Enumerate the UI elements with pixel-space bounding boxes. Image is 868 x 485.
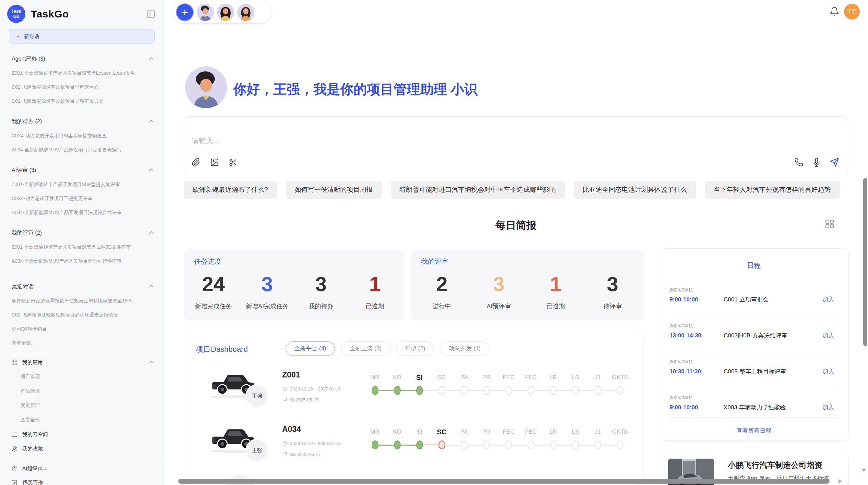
app-item[interactable]: 变更管理 xyxy=(0,398,164,413)
dashboard-tab[interactable]: 年型 (2) xyxy=(396,341,434,356)
view-all-schedule-link[interactable]: 查看所有日程 xyxy=(659,427,848,435)
app-item-label: 产品管理 xyxy=(21,388,40,394)
new-chat-label: 新对话 xyxy=(24,33,39,40)
schedule-name: C005-整车工程目标评审 xyxy=(724,368,822,375)
schedule-card: 日程 2025/03/11 9:00-10:00 C001-立项审批会 加入 2… xyxy=(659,248,849,440)
briefing-card: 任务进度 24 新增完成任务 3 新增AI完成任务 xyxy=(184,249,405,321)
scroll-right-arrow-icon[interactable] xyxy=(839,479,842,483)
sidebar-task-item[interactable]: A034-全新新能源MUV产品开发项目计划变更表编写 xyxy=(0,143,164,157)
milestone-label: LS xyxy=(564,373,587,382)
sidebar-task-item[interactable]: C02-飞腾新能源轻客改款项目立项汇报方案 xyxy=(0,94,164,108)
suggestion-chip[interactable]: 欧洲新规最近颁布了什么? xyxy=(184,181,277,199)
attachment-icon[interactable] xyxy=(191,157,201,167)
chat-input-card xyxy=(184,116,848,173)
milestone: LS xyxy=(564,373,587,395)
chevron-up-icon[interactable] xyxy=(148,284,154,290)
stat-value: 3 xyxy=(470,269,527,300)
sidebar-task-item[interactable]: C02-飞腾新能源轻客改款项目里程碑画布 xyxy=(0,80,164,94)
milestone-label: J1 xyxy=(587,373,609,382)
project-row[interactable]: 王强 Z001 2023-12-19 ~ 2027-01-19 SI-2025-… xyxy=(184,368,643,429)
sidebar-task-item[interactable]: Z001-全新燃油轻卡产品开发项目SI节点属性5D文件评审 xyxy=(0,240,164,254)
sidebar-task-item[interactable]: A034-全新新能源MUV产品开发项目造型可行性评审 xyxy=(0,254,164,268)
image-icon[interactable] xyxy=(209,157,220,167)
chevron-up-icon[interactable] xyxy=(148,360,154,365)
sidebar-task-item[interactable]: Z001-全新燃油轻卡产品开发项目SI造型提交物评审 xyxy=(0,177,164,191)
recent-chats-header[interactable]: 最近对话 xyxy=(0,279,164,294)
sidebar-item-favorites[interactable]: 我的收藏 xyxy=(0,442,164,456)
user-avatar[interactable]: 王强 xyxy=(844,4,860,20)
schedule-name: X003-车辆动力学性能验... xyxy=(724,403,822,411)
milestone: KO xyxy=(386,427,408,449)
recent-chat-item[interactable]: 公司Q3轻卡销量 xyxy=(0,322,164,336)
app-item[interactable]: 查看全部... xyxy=(0,413,164,427)
notification-bell-icon[interactable] xyxy=(830,7,841,17)
milestone: FEC xyxy=(520,427,542,449)
dashboard-tab[interactable]: 全新平台 (4) xyxy=(286,341,335,356)
app-item[interactable]: 项目管理 xyxy=(0,370,164,384)
phone-icon[interactable] xyxy=(794,157,804,167)
suggestion-chip[interactable]: 当下年轻人对汽车外观有怎样的喜好趋势 xyxy=(705,181,840,199)
chevron-up-icon[interactable] xyxy=(148,167,154,173)
section-title: 我的待办 (2) xyxy=(12,118,42,125)
add-session-button[interactable]: + xyxy=(176,3,194,21)
sidebar-item-cloud-space[interactable]: 我的云空间 xyxy=(0,427,164,442)
sidebar-item-ai-employee[interactable]: AI超级员工 xyxy=(0,461,164,475)
project-row[interactable]: 王强 A034 2023-12-19 ~ 2026-01-19 SC-2025-… xyxy=(184,422,643,484)
stat-value: 3 xyxy=(294,269,348,300)
sidebar-collapse-icon[interactable] xyxy=(145,9,157,20)
clock-icon xyxy=(282,386,287,391)
sidebar-section-header[interactable]: 我的待办 (2) xyxy=(0,114,164,129)
scroll-down-arrow-icon[interactable] xyxy=(862,469,866,472)
milestone-dot xyxy=(572,440,579,449)
sidebar-item-my-apps[interactable]: 我的应用 xyxy=(0,355,164,370)
chat-input[interactable] xyxy=(192,137,672,145)
chevron-up-icon[interactable] xyxy=(148,56,154,62)
milestone-label: SI xyxy=(408,373,431,382)
schedule-name: C001-立项审批会 xyxy=(724,296,822,303)
dashboard-tab[interactable]: 动总开发 (1) xyxy=(440,341,490,356)
chevron-up-icon[interactable] xyxy=(148,230,154,236)
dashboard-tab[interactable]: 全新上装 (3) xyxy=(341,341,390,356)
suggestion-chip[interactable]: 如何写一份清晰的项目周报 xyxy=(286,181,382,199)
sidebar-task-item[interactable]: Z001-全新燃油皮卡产品开发项目SI节点Lesson Learn报告 xyxy=(0,66,164,80)
join-link[interactable]: 加入 xyxy=(822,332,838,339)
sidebar-section-header[interactable]: 我的评审 (2) xyxy=(0,226,164,240)
milestone-label: MR xyxy=(364,427,386,436)
vertical-scrollbar[interactable] xyxy=(863,178,867,346)
my-apps-label: 我的应用 xyxy=(22,359,43,366)
sidebar-task-item[interactable]: C0X4-动力总成开发项目工程变更评审 xyxy=(0,191,164,206)
schedule-date: 2025/03/11 xyxy=(670,395,838,400)
milestone: PEC xyxy=(497,427,520,449)
join-link[interactable]: 加入 xyxy=(822,403,838,411)
session-avatar-1[interactable] xyxy=(197,4,214,21)
sidebar-task-item[interactable]: C0X4-动力总成开发项目SI里程碑提交物检查 xyxy=(0,129,164,143)
new-chat-button[interactable]: + 新对话 xyxy=(9,29,155,43)
recent-chat-item[interactable]: C02-飞腾新能源轻客改款项目的闭环通告反馈情况 xyxy=(0,308,164,322)
session-avatar-3[interactable] xyxy=(237,4,254,21)
recent-chat-item[interactable]: 解释最新出台的欧盟报废车法规再生塑料比例被调至15%... xyxy=(0,294,164,308)
horizontal-scrollbar[interactable] xyxy=(178,479,830,484)
apps-list: 项目管理 产品管理 变更管理 查看全部... xyxy=(0,370,164,427)
join-link[interactable]: 加入 xyxy=(822,296,838,303)
mic-icon[interactable] xyxy=(811,157,822,167)
session-avatar-2[interactable] xyxy=(217,4,234,21)
chevron-up-icon[interactable] xyxy=(148,119,154,125)
suggestion-chip[interactable]: 比亚迪全固态电池计划具体说了什么 xyxy=(574,181,696,199)
app-item[interactable]: 产品管理 xyxy=(0,384,164,398)
milestone-dot xyxy=(483,440,490,449)
suggestion-chip[interactable]: 特朗普可能对进口汽车增税会对中国车企造成哪些影响 xyxy=(391,181,565,199)
sidebar-section-header[interactable]: Agent已办 (3) xyxy=(0,52,164,66)
stat-label: 我的待办 xyxy=(294,302,348,310)
milestone-label: LR xyxy=(542,427,564,436)
milestone-dot xyxy=(572,386,579,395)
sidebar-item-help-write[interactable]: 帮我写作 xyxy=(0,475,164,485)
sidebar-task-item[interactable]: A034-全新新能源MUV产品开发项目法规符合性评审 xyxy=(0,206,164,220)
recent-chat-item[interactable]: 查看全部... xyxy=(0,336,164,350)
join-link[interactable]: 加入 xyxy=(822,368,838,375)
sidebar-section-header[interactable]: AI评审 (3) xyxy=(0,163,164,177)
scissors-icon[interactable] xyxy=(228,157,238,167)
send-icon[interactable] xyxy=(829,157,840,167)
layout-grid-icon[interactable] xyxy=(825,219,835,229)
milestone-dot xyxy=(372,386,378,395)
milestone: J1 xyxy=(587,373,609,395)
